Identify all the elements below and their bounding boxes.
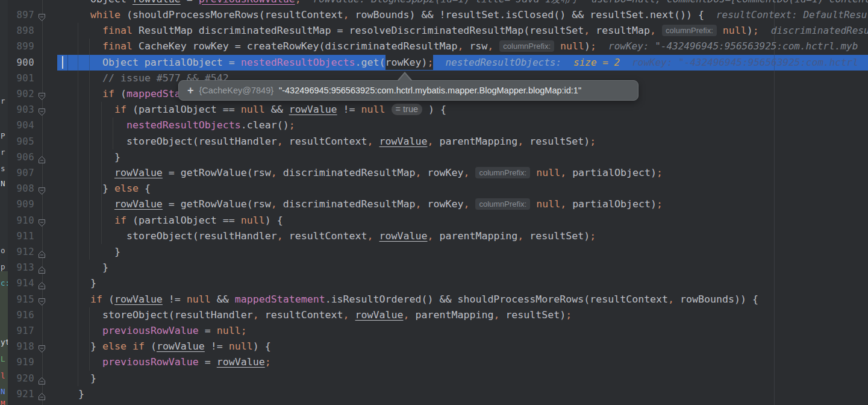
line-number[interactable]: 919 xyxy=(8,354,34,370)
tooltip-object-value: "-432496945:956563925:com.hctrl.mybatis.… xyxy=(279,86,581,95)
clipped-text-fragment: o xyxy=(1,246,5,255)
line-number[interactable]: 918 xyxy=(8,339,34,354)
code-line-917[interactable]: 917 previousRowValue = null; xyxy=(0,323,868,339)
tooltip-arrow-fill xyxy=(398,74,411,81)
code-line-909[interactable]: 909 rowValue = getRowValue(rsw, discrimi… xyxy=(0,196,868,212)
code-line-899[interactable]: 899 final CacheKey rowKey = createRowKey… xyxy=(0,39,868,54)
code-text: if (rowValue != null && mappedStatement.… xyxy=(66,292,758,307)
code-text: Object partialObject = nestedResultObjec… xyxy=(66,55,858,71)
debugger-value-tooltip: + {CacheKey@7849} "-432496945:956563925:… xyxy=(178,80,639,101)
code-line-915[interactable]: 915 if (rowValue != null && mappedStatem… xyxy=(0,292,868,307)
code-text: previousRowValue = null; xyxy=(66,323,247,339)
line-number[interactable]: 902 xyxy=(8,86,34,102)
code-text: nestedResultObjects.clear(); xyxy=(66,118,295,133)
background-panel-strip: rPrsNopc:ytLlNM xyxy=(0,0,8,405)
line-number[interactable]: 903 xyxy=(8,102,34,118)
code-text: rowValue = getRowValue(rsw, discriminate… xyxy=(66,165,663,181)
clipped-text-fragment: l xyxy=(1,371,5,380)
code-text: } xyxy=(66,386,84,402)
code-text: final ResultMap discriminatedResultMap =… xyxy=(66,23,868,39)
line-number[interactable]: 915 xyxy=(8,292,34,307)
fold-end-icon[interactable] xyxy=(38,279,46,291)
fold-end-icon[interactable] xyxy=(38,248,46,260)
code-text: final CacheKey rowKey = createRowKey(dis… xyxy=(66,39,858,54)
code-text: storeObject(resultHandler, resultContext… xyxy=(66,134,596,149)
code-editor[interactable]: Object rowValue = previousRowValue; rowV… xyxy=(0,0,868,405)
code-line-913[interactable]: 913 } xyxy=(0,260,868,275)
code-line-920[interactable]: 920 } xyxy=(0,371,868,386)
expand-node-icon[interactable]: + xyxy=(187,85,194,96)
code-line-900[interactable]: 900 Object partialObject = nestedResultO… xyxy=(0,55,868,71)
code-line-908[interactable]: 908 } else { xyxy=(0,181,868,196)
clipped-text-fragment: P xyxy=(1,131,5,140)
line-number[interactable]: 909 xyxy=(8,196,34,212)
fold-start-icon[interactable] xyxy=(38,11,46,23)
line-number[interactable]: 898 xyxy=(8,23,34,39)
line-number[interactable]: 907 xyxy=(8,165,34,181)
code-line-911[interactable]: 911 storeObject(resultHandler, resultCon… xyxy=(0,228,868,244)
code-line-904[interactable]: 904 nestedResultObjects.clear(); xyxy=(0,118,868,133)
fold-start-icon[interactable] xyxy=(38,184,46,196)
tooltip-object-ref: {CacheKey@7849} xyxy=(199,86,274,95)
code-text: } else if (rowValue != null) { xyxy=(66,339,271,354)
line-number[interactable]: 917 xyxy=(8,323,34,339)
line-number[interactable]: 897 xyxy=(8,7,34,23)
line-number[interactable]: 911 xyxy=(8,228,34,244)
line-number[interactable]: 912 xyxy=(8,244,34,260)
code-line-905[interactable]: 905 storeObject(resultHandler, resultCon… xyxy=(0,134,868,149)
line-number[interactable]: 908 xyxy=(8,181,34,196)
line-number[interactable]: 904 xyxy=(8,118,34,133)
fold-start-icon[interactable] xyxy=(38,342,46,354)
code-line-897[interactable]: 897 while (shouldProcessMoreRows(resultC… xyxy=(0,7,868,23)
fold-end-icon[interactable] xyxy=(38,374,46,386)
clipped-text-fragment: r xyxy=(1,96,5,105)
clipped-text-fragment: N xyxy=(1,179,5,188)
code-line-907[interactable]: 907 rowValue = getRowValue(rsw, discrimi… xyxy=(0,165,868,181)
code-line-898[interactable]: 898 final ResultMap discriminatedResultM… xyxy=(0,23,868,39)
clipped-text-fragment: r xyxy=(1,148,5,157)
clipped-text-fragment: s xyxy=(1,164,5,173)
line-number[interactable]: 921 xyxy=(8,386,34,402)
code-line-918[interactable]: 918 } else if (rowValue != null) { xyxy=(0,339,868,354)
code-line-912[interactable]: 912 } xyxy=(0,244,868,260)
code-text: } xyxy=(66,149,120,165)
fold-start-icon[interactable] xyxy=(38,216,46,228)
clipped-text-fragment: L xyxy=(1,354,5,363)
clipped-text-fragment: N xyxy=(1,387,5,396)
code-line-919[interactable]: 919 previousRowValue = rowValue; xyxy=(0,354,868,370)
code-line-partial[interactable]: Object rowValue = previousRowValue; rowV… xyxy=(0,0,868,7)
line-number[interactable]: 906 xyxy=(8,149,34,165)
code-text: } xyxy=(66,275,96,291)
fold-end-icon[interactable] xyxy=(38,263,46,275)
line-number[interactable]: 900 xyxy=(8,55,34,71)
clipped-text-fragment: p xyxy=(1,262,5,271)
code-line-914[interactable]: 914 } xyxy=(0,275,868,291)
code-text: rowValue = getRowValue(rsw, discriminate… xyxy=(66,196,663,212)
line-number[interactable]: 920 xyxy=(8,371,34,386)
code-text: } else { xyxy=(66,181,151,196)
code-text: } xyxy=(66,244,120,260)
fold-start-icon[interactable] xyxy=(38,295,46,307)
code-text: } xyxy=(66,260,108,275)
clipped-text-fragment: c: xyxy=(1,278,8,287)
code-text: while (shouldProcessMoreRows(resultConte… xyxy=(66,7,868,23)
line-number[interactable]: 916 xyxy=(8,307,34,323)
code-line-921[interactable]: 921 } xyxy=(0,386,868,402)
code-text: storeObject(resultHandler, resultContext… xyxy=(66,307,572,323)
fold-start-icon[interactable] xyxy=(38,90,46,102)
line-number[interactable]: 905 xyxy=(8,134,34,149)
fold-end-icon[interactable] xyxy=(38,390,46,402)
line-number[interactable]: 914 xyxy=(8,275,34,291)
code-line-906[interactable]: 906 } xyxy=(0,149,868,165)
line-number[interactable]: 899 xyxy=(8,39,34,54)
code-line-903[interactable]: 903 if (partialObject == null && rowValu… xyxy=(0,102,868,118)
fold-start-icon[interactable] xyxy=(38,105,46,118)
line-number[interactable]: 901 xyxy=(8,71,34,86)
code-line-910[interactable]: 910 if (partialObject == null) { xyxy=(0,213,868,228)
fold-end-icon[interactable] xyxy=(38,153,46,165)
line-number[interactable]: 910 xyxy=(8,213,34,228)
code-line-916[interactable]: 916 storeObject(resultHandler, resultCon… xyxy=(0,307,868,323)
clipped-text-fragment: yt xyxy=(1,338,8,347)
code-text: Object rowValue = previousRowValue; rowV… xyxy=(66,0,868,7)
line-number[interactable]: 913 xyxy=(8,260,34,275)
